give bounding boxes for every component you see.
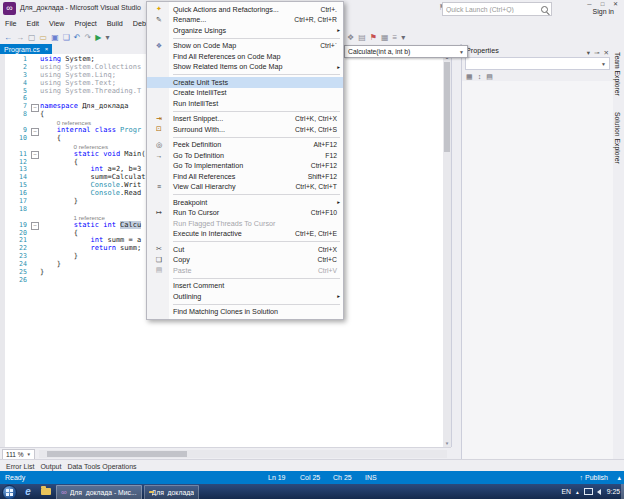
search-icon [541,6,548,13]
close-button[interactable]: ✕ [609,0,622,9]
menu-item-create-intellitest[interactable]: Create IntelliTest [147,88,343,99]
menu-item-cut[interactable]: ✂CutCtrl+X [147,244,343,255]
scrollbar-thumb[interactable] [47,451,187,457]
menu-item-rename[interactable]: ✎Rename...Ctrl+R, Ctrl+R [147,15,343,26]
menu-item-find-all-references[interactable]: Find All ReferencesShift+F12 [147,171,343,182]
volume-icon[interactable] [597,489,601,495]
submenu-arrow-icon: ▸ [337,199,340,205]
menu-item-go-to-definition[interactable]: →Go To DefinitionF12 [147,150,343,161]
document-tab-programcs[interactable]: Program.cs × [0,44,52,54]
properties-panel-title: Properties [466,46,583,55]
menu-item-run-to-cursor[interactable]: ↦Run To CursorCtrl+F10 [147,208,343,219]
internet-explorer-icon[interactable]: e [20,485,36,498]
comment-icon[interactable]: ≡ [392,33,397,42]
dropdown-caret-icon[interactable]: ▾ [105,33,109,42]
menu-item-go-to-implementation[interactable]: Go To ImplementationCtrl+F12 [147,161,343,172]
open-file-icon[interactable]: ▭ [40,33,48,42]
undo-icon[interactable]: ↶ [74,33,81,42]
member-signature-popup[interactable]: Calculate(int a, int b) ▼ [344,45,468,58]
editor-horizontal-scrollbar[interactable] [39,450,447,458]
close-icon[interactable]: ✕ [604,49,609,56]
menu-item-view-call-hierarchy[interactable]: ≡View Call HierarchyCtrl+K, Ctrl+T [147,182,343,193]
menu-item-insert-snippet[interactable]: ⇥Insert Snippet...Ctrl+K, Ctrl+X [147,114,343,125]
alphabetical-icon[interactable]: ↕ [478,73,482,80]
minimize-button[interactable]: ─ [583,0,596,9]
sign-in-link[interactable]: Sign in [593,8,614,15]
close-tab-icon[interactable]: × [45,46,49,52]
properties-panel-header[interactable]: Properties ▾⊸✕ [462,44,613,56]
new-file-icon[interactable]: ▢ [28,33,36,42]
save-icon[interactable]: ▣ [51,33,59,42]
find-in-files-icon[interactable]: ▦ [381,33,389,42]
scroll-down-icon[interactable]: ▼ [443,440,451,447]
menu-item-show-on-code-map[interactable]: ❖Show on Code MapCtrl+` [147,41,343,52]
taskbar-item-для-доклада[interactable]: Для_доклада [144,485,199,499]
menu-item-insert-comment[interactable]: Insert Comment [147,281,343,292]
menu-item-copy[interactable]: ❏CopyCtrl+C [147,255,343,266]
start-button[interactable] [2,485,17,499]
categorized-icon[interactable]: ▦ [466,73,473,81]
properties-panel: Properties ▾⊸✕ ▼ ▦↕▤ [461,44,613,459]
start-debug-icon[interactable]: ▶ [95,33,101,42]
property-pages-icon[interactable]: ▤ [486,73,493,81]
menu-item-label: Organize Usings [173,26,337,35]
network-icon[interactable] [584,488,593,495]
redo-icon[interactable]: ↷ [85,33,92,42]
side-tab-solution-explorer[interactable]: Solution Explorer [613,104,622,172]
panel-tab-output[interactable]: Output [40,463,61,470]
paste-icon: ▤ [151,266,167,274]
menu-item-show-related-items-on-code-map[interactable]: Show Related Items on Code Map▸ [147,62,343,73]
publish-button[interactable]: ↑ Publish [580,474,608,481]
menu-item-find-matching-clones-in-solution[interactable]: Find Matching Clones in Solution [147,307,343,318]
hidden-icons-caret[interactable]: ▴ [576,489,579,495]
taskbar-item-для-доклада-мис[interactable]: ∞Для_доклада - Мис... [56,485,142,499]
menu-separator [173,278,340,279]
clock[interactable]: 9:25 [607,488,620,495]
taskbar: e ∞Для_доклада - Мис...Для_доклада EN ▴ … [0,484,624,499]
navigate-back-icon[interactable]: ← [4,33,12,42]
outline-margin [31,95,40,103]
dropdown-caret-icon[interactable]: ▾ [401,33,405,42]
outline-margin [31,80,40,88]
menu-item-find-all-references-on-code-map[interactable]: Find All References on Code Map [147,51,343,62]
menu-item-peek-definition[interactable]: ◎Peek DefinitionAlt+F12 [147,140,343,151]
window-title: Для_доклада - Microsoft Visual Studio [20,4,141,11]
menu-item-paste[interactable]: ▤PasteCtrl+V [147,265,343,276]
navigate-forward-icon[interactable]: → [16,33,24,42]
menu-file[interactable]: File [0,18,22,30]
window-position-icon[interactable]: ▾ [587,49,590,56]
save-all-icon[interactable]: ❏ [63,33,70,42]
menu-item-create-unit-tests[interactable]: Create Unit Tests [147,77,343,88]
code-text: { [40,111,44,119]
resize-grip-icon: ▴ [617,474,621,482]
properties-window-icon[interactable]: ▤ [358,33,366,42]
quick-launch-input[interactable]: Quick Launch (Ctrl+Q) [442,2,552,16]
side-tab-team-explorer[interactable]: Team Explorer [613,44,622,104]
outline-margin: – [31,222,40,230]
panel-tab-error-list[interactable]: Error List [6,463,34,470]
menu-item-quick-actions-and-refactorings[interactable]: ✦Quick Actions and Refactorings...Ctrl+. [147,4,343,15]
pin-icon[interactable]: ⊸ [594,49,599,56]
file-explorer-icon[interactable] [38,485,54,498]
line-number: 13 [5,166,31,174]
menu-item-breakpoint[interactable]: Breakpoint▸ [147,197,343,208]
menu-view[interactable]: View [44,18,69,30]
scrollbar-thumb[interactable] [444,62,450,152]
panel-tab-data-tools-operations[interactable]: Data Tools Operations [67,463,136,470]
menu-item-run-flagged-threads-to-cursor[interactable]: Run Flagged Threads To Cursor [147,218,343,229]
menu-item-surround-with[interactable]: ⊡Surround With...Ctrl+K, Ctrl+S [147,124,343,135]
menu-project[interactable]: Project [69,18,101,30]
menu-item-outlining[interactable]: Outlining▸ [147,291,343,302]
menu-build[interactable]: Build [102,18,128,30]
zoom-selector[interactable]: 111 % ▼ [2,449,35,460]
menu-edit[interactable]: Edit [22,18,44,30]
menu-item-run-intellitest[interactable]: Run IntelliTest [147,98,343,109]
editor-vertical-scrollbar[interactable]: ▲ ▼ [443,54,451,447]
line-number: 18 [5,206,31,214]
solution-explorer-icon[interactable]: ❖ [347,33,354,42]
extensions-flag-icon[interactable]: ⚑ [370,33,377,42]
language-indicator[interactable]: EN [562,488,571,495]
menu-item-execute-in-interactive[interactable]: Execute in InteractiveCtrl+E, Ctrl+E [147,229,343,240]
maximize-button[interactable]: □ [596,0,609,9]
menu-item-organize-usings[interactable]: Organize Usings▸ [147,25,343,36]
